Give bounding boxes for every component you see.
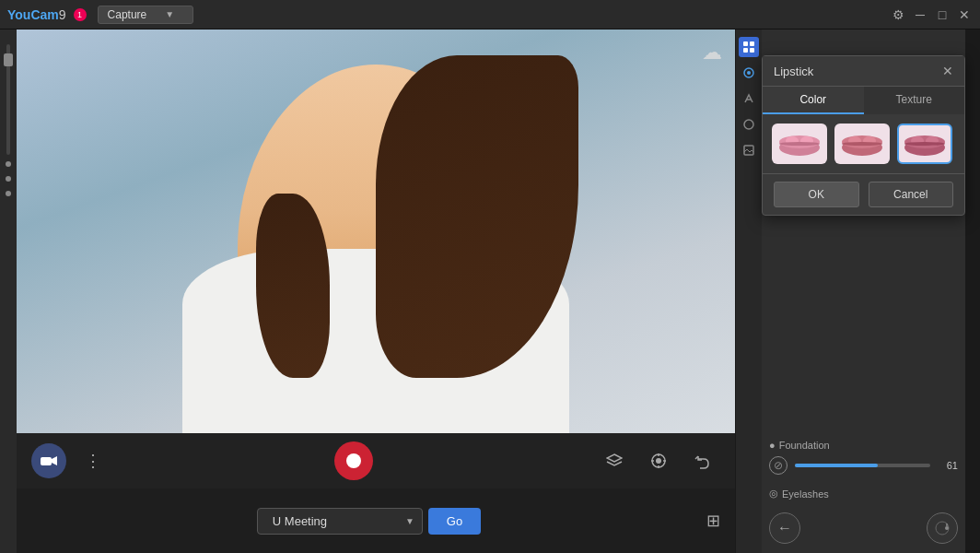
hair-left (256, 194, 330, 378)
cancel-button[interactable]: Cancel (869, 182, 954, 207)
tab-color[interactable]: Color (763, 87, 864, 114)
sidebar-bottom: ● Foundation ⊘ 61 ◎ Eyelash (762, 429, 965, 553)
app-version: 9 (59, 7, 66, 22)
svg-point-22 (779, 142, 820, 146)
svg-rect-12 (750, 48, 754, 53)
left-panel (0, 29, 17, 553)
panel-dot-2 (6, 176, 11, 182)
svg-rect-10 (750, 41, 754, 46)
minimize-button[interactable]: ─ (912, 6, 928, 23)
go-button[interactable]: Go (428, 508, 481, 535)
dropdown-arrow: ▼ (405, 516, 414, 526)
sidebar-icon-effects[interactable] (739, 88, 759, 109)
svg-point-34 (945, 526, 949, 530)
more-options-button[interactable]: ⋮ (76, 443, 111, 478)
meeting-label: U Meeting (273, 514, 327, 528)
person-silhouette (17, 29, 735, 433)
video-view: ☁ (17, 29, 735, 433)
popup-content (763, 114, 964, 173)
lip-option-1[interactable] (772, 124, 827, 164)
svg-marker-1 (52, 456, 57, 465)
title-bar: YouCam9 1 Capture ▼ ⚙ ─ □ ✕ (0, 0, 980, 29)
popup-actions: OK Cancel (763, 173, 964, 215)
popup-close-button[interactable]: ✕ (942, 64, 953, 78)
close-button[interactable]: ✕ (956, 6, 973, 23)
panel-dot-1 (6, 161, 11, 167)
adjust-button[interactable] (641, 443, 676, 478)
foundation-value: 61 (938, 460, 958, 471)
ok-button[interactable]: OK (774, 182, 859, 207)
capture-label: Capture (108, 8, 147, 21)
svg-rect-11 (743, 48, 748, 53)
undo-button[interactable] (685, 443, 720, 478)
video-container: ☁ ⋮ (17, 29, 735, 553)
panel-dot-3 (6, 191, 11, 196)
lip-option-3[interactable] (897, 124, 952, 164)
bottom-bar: U Meeting ▼ Go ⊞ (17, 488, 735, 553)
foundation-slider[interactable] (795, 464, 930, 467)
tab-texture[interactable]: Texture (864, 87, 965, 114)
lip-option-2[interactable] (834, 124, 890, 164)
svg-rect-9 (743, 41, 748, 46)
capture-dropdown-arrow: ▼ (165, 9, 174, 19)
foundation-slider-row: ⊘ 61 (769, 454, 958, 477)
svg-point-14 (747, 71, 751, 75)
foundation-label: ● Foundation (769, 436, 958, 454)
main-area: ☁ ⋮ (0, 29, 980, 553)
sidebar-icon-strip (736, 29, 762, 553)
nav-row: ← (769, 507, 958, 549)
notification-badge: 1 (74, 8, 87, 21)
grid-button[interactable]: ⊞ (706, 511, 720, 531)
svg-point-27 (842, 142, 882, 146)
settings-button[interactable]: ⚙ (890, 6, 906, 23)
app-logo: YouCam9 (7, 7, 66, 22)
forward-button[interactable] (927, 512, 958, 544)
capture-dropdown[interactable]: Capture ▼ (98, 6, 194, 24)
right-sidebar: Lipstick ✕ Color Texture (735, 29, 965, 553)
eyelashes-section: ◎ Eyelashes (769, 480, 958, 507)
app-name: YouCam (7, 7, 59, 22)
svg-rect-0 (41, 457, 52, 465)
eyelashes-icon: ◎ (769, 488, 778, 500)
sidebar-icon-beauty[interactable] (739, 63, 759, 83)
popup-title: Lipstick (774, 65, 813, 78)
record-button[interactable] (334, 441, 373, 480)
svg-point-32 (904, 142, 945, 146)
eyelashes-label: ◎ Eyelashes (769, 484, 958, 503)
foundation-icon-btn[interactable]: ⊘ (769, 456, 788, 475)
sidebar-main: Lipstick ✕ Color Texture (762, 29, 965, 553)
controls-bar: ⋮ (17, 433, 735, 488)
camera-button[interactable] (31, 443, 66, 478)
sidebar-icon-face[interactable] (739, 37, 759, 57)
foundation-fill (795, 464, 878, 467)
lipstick-popup: Lipstick ✕ Color Texture (762, 55, 965, 216)
upload-icon[interactable]: ☁ (702, 41, 722, 65)
brightness-slider[interactable] (6, 44, 10, 155)
foundation-section: ● Foundation ⊘ 61 (769, 432, 958, 480)
meeting-controls: U Meeting ▼ Go (257, 508, 481, 535)
svg-point-16 (744, 120, 753, 129)
meeting-dropdown[interactable]: U Meeting ▼ (257, 508, 423, 535)
svg-point-3 (656, 458, 661, 464)
popup-header: Lipstick ✕ (763, 56, 964, 87)
maximize-button[interactable]: □ (934, 6, 951, 23)
popup-tabs: Color Texture (763, 87, 964, 114)
sidebar-icon-background[interactable] (739, 140, 759, 160)
slider-thumb[interactable] (4, 53, 13, 66)
sidebar-icon-accessories[interactable] (739, 114, 759, 135)
layers-button[interactable] (597, 443, 632, 478)
back-button[interactable]: ← (769, 512, 800, 544)
foundation-icon: ● (769, 440, 776, 451)
